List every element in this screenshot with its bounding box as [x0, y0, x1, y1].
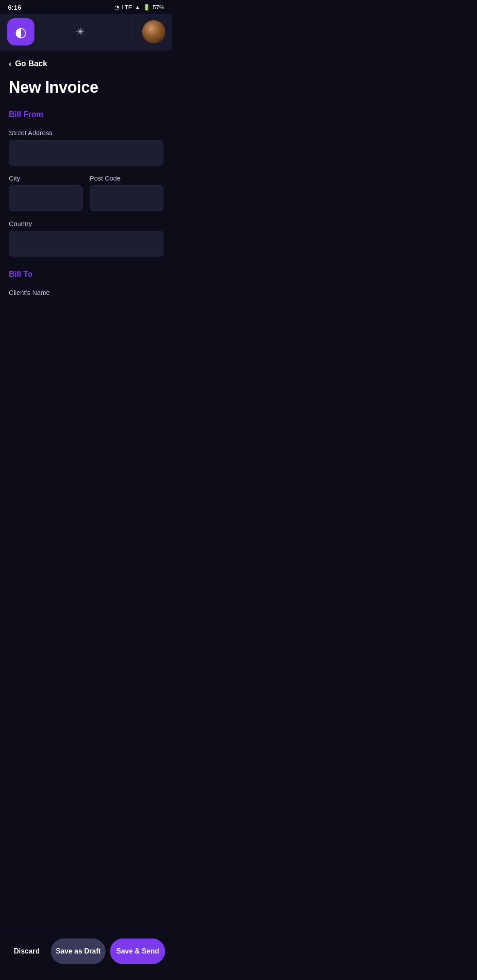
battery-percent: 57% [153, 4, 164, 11]
go-back-label: Go Back [15, 59, 47, 68]
battery-icon: 🔋 [143, 4, 150, 11]
wifi-icon: ◔ [114, 4, 119, 11]
city-label: City [9, 174, 83, 182]
city-group: City [9, 174, 83, 211]
go-back-button[interactable]: ‹ Go Back [9, 59, 163, 68]
logo-icon: ◐ [15, 24, 26, 40]
bill-to-label: Bill To [9, 270, 163, 279]
bill-from-label: Bill From [9, 110, 163, 119]
client-name-label: Client's Name [9, 289, 163, 296]
header-divider [131, 21, 132, 43]
street-address-label: Street Address [9, 129, 163, 136]
country-group: Country [9, 220, 163, 256]
go-back-chevron-icon: ‹ [9, 59, 11, 68]
top-header: ◐ ☀ [0, 14, 172, 50]
avatar-image [142, 20, 165, 43]
postcode-group: Post Code [90, 174, 163, 211]
country-input[interactable] [9, 231, 163, 256]
header-center: ☀ [40, 26, 121, 38]
status-icons: ◔ LTE ▲ 🔋 57% [114, 4, 164, 11]
main-content: ‹ Go Back New Invoice Bill From Street A… [0, 50, 172, 351]
page-title: New Invoice [9, 78, 163, 97]
street-address-group: Street Address [9, 129, 163, 166]
country-label: Country [9, 220, 163, 227]
signal-icon: ▲ [135, 4, 140, 11]
avatar[interactable] [142, 20, 165, 43]
city-postcode-row: City Post Code [9, 174, 163, 211]
city-input[interactable] [9, 185, 83, 211]
theme-toggle-icon[interactable]: ☀ [76, 26, 85, 38]
postcode-label: Post Code [90, 174, 163, 182]
status-bar: 6:16 ◔ LTE ▲ 🔋 57% [0, 0, 172, 14]
street-address-input[interactable] [9, 140, 163, 166]
status-time: 6:16 [8, 4, 21, 11]
bill-from-section: Bill From Street Address City Post Code … [9, 110, 163, 256]
logo-box[interactable]: ◐ [7, 18, 34, 45]
postcode-input[interactable] [90, 185, 163, 211]
lte-label: LTE [122, 4, 132, 11]
bill-to-section: Bill To Client's Name [9, 270, 163, 296]
